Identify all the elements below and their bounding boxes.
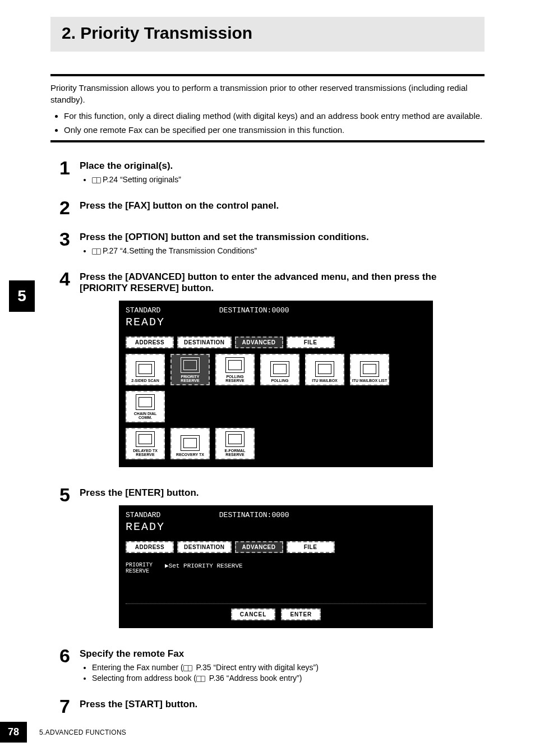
step-3: 3 Press the [OPTION] button and set the … <box>59 229 485 257</box>
step-title: Press the [START] button. <box>80 699 485 710</box>
btn-enter[interactable]: ENTER <box>281 609 321 620</box>
btn-itu-mailbox-list[interactable]: ITU MAILBOX LIST <box>350 354 389 385</box>
tab-destination[interactable]: DESTINATION <box>177 336 232 348</box>
step-number: 1 <box>59 158 80 177</box>
btn-eformal-reserve[interactable]: E-FORMAL RESERVE <box>215 428 255 459</box>
intro-bullet: For this function, only a direct dialing… <box>64 110 485 122</box>
section-title: 2. Priority Transmission <box>62 24 473 43</box>
doc-icon <box>136 361 155 377</box>
chain-icon <box>136 394 155 410</box>
page-footer: 78 5.ADVANCED FUNCTIONS <box>0 722 126 743</box>
intro-paragraph: Priority Transmission allows you to perf… <box>50 82 485 105</box>
step-7: 7 Press the [START] button. <box>59 697 485 716</box>
book-icon <box>92 248 101 255</box>
polling-icon <box>270 361 289 377</box>
step-title: Press the [FAX] button on the control pa… <box>80 200 485 211</box>
step-ref: P.27 “4.Setting the Transmission Conditi… <box>92 246 485 255</box>
lcd-ready-label: READY <box>126 520 426 533</box>
chapter-side-tab: 5 <box>9 280 35 312</box>
step-title: Press the [ENTER] button. <box>80 487 485 499</box>
step-1: 1 Place the original(s). P.24 “Setting o… <box>59 158 485 186</box>
btn-chain-dial[interactable]: CHAIN DIAL COMM. <box>126 391 165 422</box>
btn-polling-reserve[interactable]: POLLING RESERVE <box>215 354 255 385</box>
clock-icon <box>136 431 155 447</box>
mailbox-list-icon <box>360 361 379 377</box>
lcd-screenshot-advanced: STANDARD DESTINATION:0000 READY ADDRESS … <box>119 301 433 467</box>
book-icon <box>183 665 192 671</box>
step-title: Press the [ADVANCED] button to enter the… <box>80 271 485 294</box>
step-5: 5 Press the [ENTER] button. STANDARD DES… <box>59 485 485 634</box>
step-number: 6 <box>59 646 80 665</box>
lcd-dotted-divider <box>126 603 426 604</box>
page-number: 78 <box>0 722 27 743</box>
intro-bullet: Only one remote Fax can be specified per… <box>64 124 485 136</box>
divider-top <box>50 74 485 76</box>
step-4: 4 Press the [ADVANCED] button to enter t… <box>59 269 485 473</box>
lcd-ready-label: READY <box>126 316 426 329</box>
lcd-screenshot-enter: STANDARD DESTINATION:0000 READY ADDRESS … <box>119 505 433 628</box>
priority-icon <box>181 357 200 373</box>
tab-address[interactable]: ADDRESS <box>126 336 174 348</box>
btn-2sided-scan[interactable]: 2-SIDED SCAN <box>126 354 165 385</box>
lcd-set-text: ▶Set PRIORITY RESERVE <box>165 562 243 574</box>
step-number: 3 <box>59 229 80 248</box>
book-icon <box>196 676 205 682</box>
divider-bottom <box>50 140 485 142</box>
lcd-priority-reserve-label: PRIORITY RESERVE <box>126 562 153 574</box>
step-title: Specify the remote Fax <box>80 648 485 660</box>
step-number: 4 <box>59 269 80 288</box>
step-number: 2 <box>59 198 80 217</box>
btn-priority-reserve[interactable]: PRIORITY RESERVE <box>170 354 210 385</box>
step-number: 7 <box>59 697 80 716</box>
mailbox-icon <box>315 361 334 377</box>
btn-polling[interactable]: POLLING <box>260 354 299 385</box>
step-title: Press the [OPTION] button and set the tr… <box>80 232 485 243</box>
step-2: 2 Press the [FAX] button on the control … <box>59 198 485 217</box>
page-content: 2. Priority Transmission Priority Transm… <box>0 0 535 716</box>
intro-bullet-list: For this function, only a direct dialing… <box>64 110 485 136</box>
lcd-destination-label: DESTINATION:0000 <box>219 511 289 519</box>
step-sub: Entering the Fax number ( P.35 “Direct e… <box>92 663 485 672</box>
lcd-mode-label: STANDARD <box>126 306 160 315</box>
eformal-icon <box>225 431 245 447</box>
footer-section-label: 5.ADVANCED FUNCTIONS <box>39 729 126 736</box>
tab-advanced[interactable]: ADVANCED <box>235 541 283 553</box>
btn-recovery-tx[interactable]: RECOVERY TX <box>170 428 210 459</box>
tab-file[interactable]: FILE <box>287 541 335 553</box>
book-icon <box>92 177 101 183</box>
step-sub: Selecting from address book ( P.36 “Addr… <box>92 674 485 683</box>
btn-itu-mailbox[interactable]: ITU MAILBOX <box>305 354 344 385</box>
lcd-mode-label: STANDARD <box>126 511 160 519</box>
tab-destination[interactable]: DESTINATION <box>177 541 232 553</box>
btn-delayed-tx[interactable]: DELAYED TX RESERVE <box>126 428 165 459</box>
tab-advanced[interactable]: ADVANCED <box>235 336 283 348</box>
polling-reserve-icon <box>225 357 245 373</box>
step-ref: P.24 “Setting originals” <box>92 175 485 184</box>
steps-container: 1 Place the original(s). P.24 “Setting o… <box>50 158 485 716</box>
tab-address[interactable]: ADDRESS <box>126 541 174 553</box>
step-title: Place the original(s). <box>80 160 485 172</box>
section-title-bar: 2. Priority Transmission <box>50 17 485 52</box>
lcd-destination-label: DESTINATION:0000 <box>219 306 289 315</box>
tab-file[interactable]: FILE <box>287 336 335 348</box>
step-6: 6 Specify the remote Fax Entering the Fa… <box>59 646 485 684</box>
btn-cancel[interactable]: CANCEL <box>231 609 276 620</box>
recovery-icon <box>181 435 200 451</box>
step-number: 5 <box>59 485 80 504</box>
lcd-icon-grid: 2-SIDED SCAN PRIORITY RESERVE POLLING RE… <box>126 354 426 422</box>
lcd-tab-row: ADDRESS DESTINATION ADVANCED FILE <box>126 336 426 348</box>
lcd-tab-row: ADDRESS DESTINATION ADVANCED FILE <box>126 541 426 553</box>
